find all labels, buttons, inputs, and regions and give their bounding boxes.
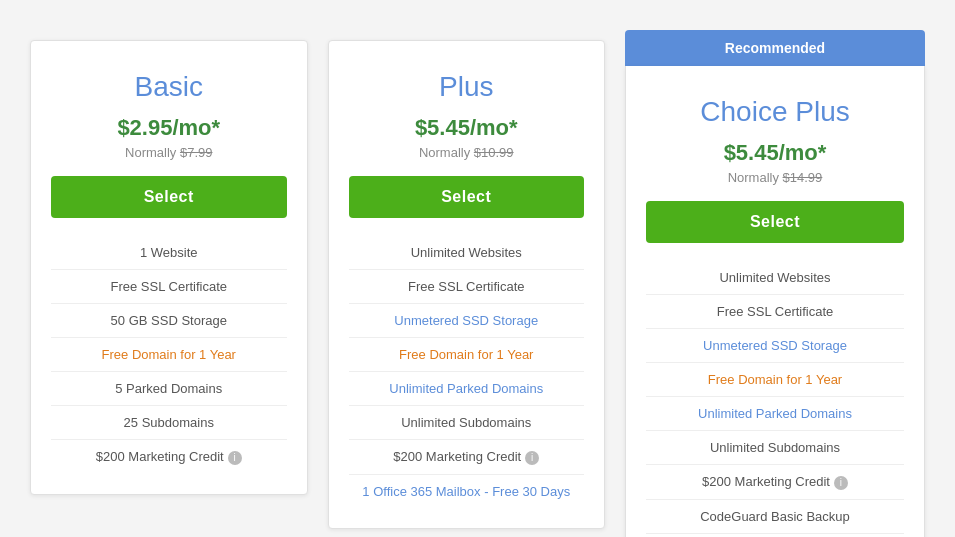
feature-item: 50 GB SSD Storage (51, 304, 287, 338)
recommended-banner: Recommended (625, 30, 925, 66)
feature-list: Unlimited WebsitesFree SSL CertificateUn… (646, 261, 904, 537)
feature-item: Unmetered SSD Storage (349, 304, 585, 338)
feature-item: Free SSL Certificate (646, 295, 904, 329)
feature-item: CodeGuard Basic Backup (646, 500, 904, 534)
feature-item: 1 Website (51, 236, 287, 270)
select-button-choice-plus[interactable]: Select (646, 201, 904, 243)
plan-price: $5.45/mo* (646, 140, 904, 166)
feature-list: 1 WebsiteFree SSL Certificate50 GB SSD S… (51, 236, 287, 474)
feature-item: Free SSL Certificate (51, 270, 287, 304)
plan-normal-price: Normally $14.99 (646, 170, 904, 185)
feature-item: $200 Marketing Crediti (51, 440, 287, 474)
plan-card-basic: Basic$2.95/mo*Normally $7.99Select1 Webs… (30, 40, 308, 495)
feature-item: 5 Parked Domains (51, 372, 287, 406)
plan-price: $5.45/mo* (349, 115, 585, 141)
feature-item: $200 Marketing Crediti (349, 440, 585, 475)
feature-item: Free SSL Certificate (349, 270, 585, 304)
plan-name: Choice Plus (646, 96, 904, 128)
feature-item: Unmetered SSD Storage (646, 329, 904, 363)
feature-item: 1 Office 365 Mailbox - Free 30 Days (349, 475, 585, 508)
recommended-wrapper: RecommendedChoice Plus$5.45/mo*Normally … (615, 20, 935, 537)
feature-item: Free Domain for 1 Year (51, 338, 287, 372)
feature-list: Unlimited WebsitesFree SSL CertificateUn… (349, 236, 585, 508)
plan-name: Basic (51, 71, 287, 103)
feature-item: Unlimited Websites (349, 236, 585, 270)
pricing-container: Basic$2.95/mo*Normally $7.99Select1 Webs… (20, 20, 935, 537)
feature-item: Unlimited Parked Domains (646, 397, 904, 431)
feature-item: Free Domain for 1 Year (349, 338, 585, 372)
feature-item: Unlimited Parked Domains (349, 372, 585, 406)
feature-item: 1 Office 365 Mailbox - Free 30 Days (646, 534, 904, 537)
info-icon[interactable]: i (834, 476, 848, 490)
info-icon[interactable]: i (228, 451, 242, 465)
feature-item: $200 Marketing Crediti (646, 465, 904, 500)
plan-price: $2.95/mo* (51, 115, 287, 141)
plan-name: Plus (349, 71, 585, 103)
feature-item: Unlimited Subdomains (349, 406, 585, 440)
plan-normal-price: Normally $10.99 (349, 145, 585, 160)
feature-item: Unlimited Subdomains (646, 431, 904, 465)
select-button-basic[interactable]: Select (51, 176, 287, 218)
plan-card-plus: Plus$5.45/mo*Normally $10.99SelectUnlimi… (328, 40, 606, 529)
plan-normal-price: Normally $7.99 (51, 145, 287, 160)
plan-card-choice-plus: Choice Plus$5.45/mo*Normally $14.99Selec… (625, 66, 925, 537)
feature-item: Unlimited Websites (646, 261, 904, 295)
feature-item: 25 Subdomains (51, 406, 287, 440)
info-icon[interactable]: i (525, 451, 539, 465)
feature-item: Free Domain for 1 Year (646, 363, 904, 397)
select-button-plus[interactable]: Select (349, 176, 585, 218)
